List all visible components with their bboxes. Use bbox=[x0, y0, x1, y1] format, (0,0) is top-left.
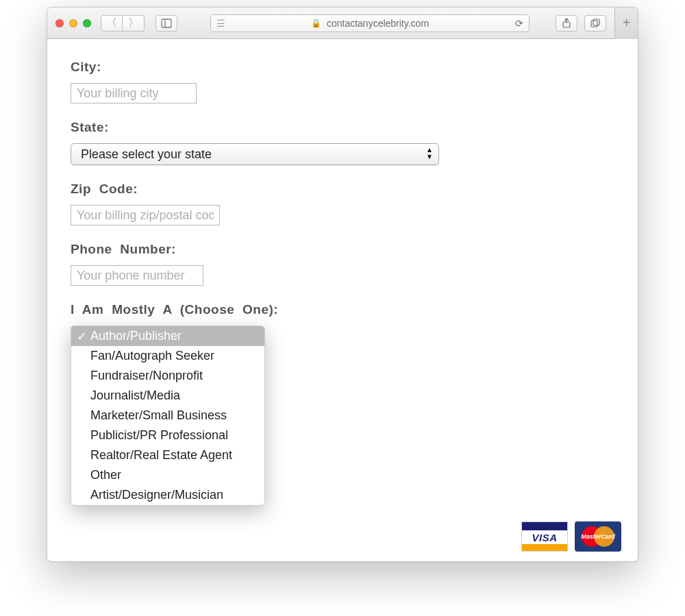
safari-window: 〈 〉 ☰ 🔒 contactanycelebrity.com ⟳ + City… bbox=[47, 7, 638, 562]
share-icon bbox=[561, 18, 572, 29]
new-tab-button[interactable]: + bbox=[614, 8, 638, 39]
mastercard-logo: MasterCard bbox=[575, 521, 621, 552]
svg-rect-4 bbox=[593, 19, 599, 25]
share-button[interactable] bbox=[556, 15, 577, 32]
tabs-button[interactable] bbox=[584, 15, 606, 32]
forward-button[interactable]: 〉 bbox=[123, 15, 145, 32]
state-label: State: bbox=[71, 120, 614, 135]
payment-card-logos: VISA MasterCard bbox=[521, 521, 621, 552]
sidebar-icon bbox=[161, 18, 172, 29]
address-bar[interactable]: ☰ 🔒 contactanycelebrity.com ⟳ bbox=[210, 14, 530, 32]
nav-buttons: 〈 〉 bbox=[101, 15, 145, 32]
role-option[interactable]: Journalist/Media bbox=[71, 386, 264, 406]
select-arrows-icon: ▲▼ bbox=[426, 147, 433, 160]
role-option[interactable]: Publicist/PR Professional bbox=[71, 426, 264, 445]
role-dropdown: Author/Publisher Fan/Autograph Seeker Fu… bbox=[71, 325, 265, 506]
reader-icon[interactable]: ☰ bbox=[216, 18, 225, 29]
close-window-button[interactable] bbox=[55, 19, 64, 27]
visa-logo: VISA bbox=[521, 521, 568, 552]
svg-rect-3 bbox=[591, 21, 597, 27]
back-button[interactable]: 〈 bbox=[101, 15, 123, 32]
minimize-window-button[interactable] bbox=[69, 19, 77, 27]
role-option[interactable]: Fan/Autograph Seeker bbox=[71, 346, 264, 366]
reload-button[interactable]: ⟳ bbox=[515, 18, 523, 29]
visa-text: VISA bbox=[532, 532, 557, 543]
city-label: City: bbox=[71, 60, 614, 75]
page-content: City: State: Please select your state ▲▼… bbox=[47, 39, 638, 561]
svg-rect-0 bbox=[162, 19, 171, 27]
city-input[interactable] bbox=[71, 83, 197, 103]
zip-label: Zip Code: bbox=[71, 182, 614, 197]
toolbar-right: + bbox=[556, 15, 630, 32]
url-host: contactanycelebrity.com bbox=[327, 18, 429, 29]
mastercard-text: MasterCard bbox=[581, 533, 615, 540]
role-option[interactable]: Author/Publisher bbox=[71, 326, 264, 346]
state-select[interactable]: Please select your state ▲▼ bbox=[71, 143, 439, 165]
window-controls bbox=[55, 19, 91, 27]
phone-input[interactable] bbox=[71, 265, 203, 286]
state-selected-value: Please select your state bbox=[81, 147, 212, 162]
window-titlebar: 〈 〉 ☰ 🔒 contactanycelebrity.com ⟳ + bbox=[47, 8, 638, 39]
role-label: I Am Mostly A (Choose One): bbox=[71, 302, 614, 317]
role-option[interactable]: Fundraiser/Nonprofit bbox=[71, 366, 264, 386]
zoom-window-button[interactable] bbox=[83, 19, 91, 27]
tabs-icon bbox=[590, 18, 601, 29]
sidebar-button[interactable] bbox=[155, 15, 177, 32]
role-option[interactable]: Realtor/Real Estate Agent bbox=[71, 445, 264, 465]
role-option[interactable]: Other bbox=[71, 465, 264, 485]
role-option[interactable]: Marketer/Small Business bbox=[71, 406, 264, 426]
lock-icon: 🔒 bbox=[311, 19, 321, 28]
zip-input[interactable] bbox=[71, 205, 220, 225]
role-option[interactable]: Artist/Designer/Musician bbox=[71, 485, 264, 505]
phone-label: Phone Number: bbox=[71, 242, 614, 257]
